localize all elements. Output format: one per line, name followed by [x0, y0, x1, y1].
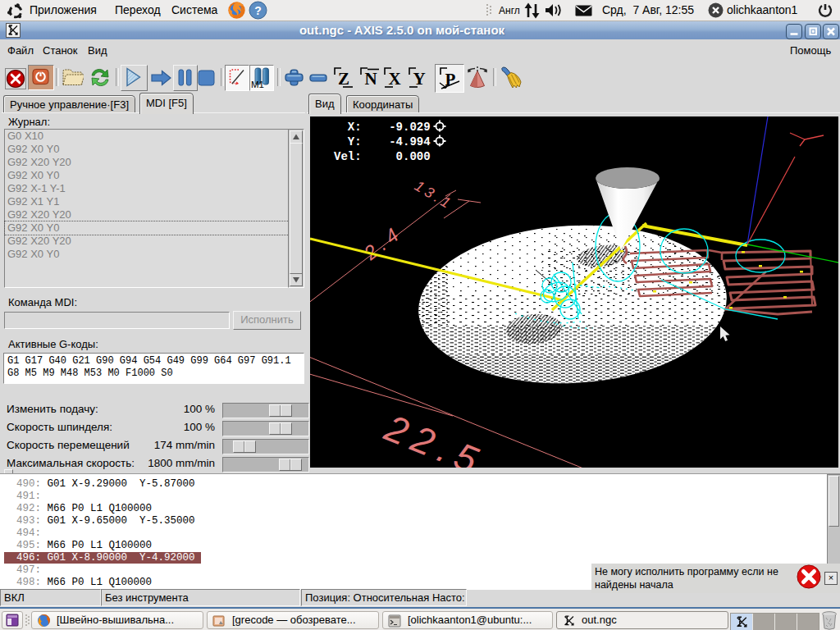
svg-text:P: P [445, 70, 456, 89]
svg-text:M1: M1 [251, 80, 264, 89]
svg-text:Y: -4.994: Y: -4.994 [334, 135, 431, 148]
svg-text:X: X [388, 69, 400, 89]
svg-text:Y: Y [413, 69, 425, 89]
svg-text:Vel: 0.000: Vel: 0.000 [334, 150, 431, 163]
svg-text:?: ? [254, 4, 262, 17]
svg-text:Z: Z [338, 69, 349, 89]
svg-text:X: -9.029: X: -9.029 [334, 121, 431, 134]
svg-text:N: N [364, 69, 377, 89]
